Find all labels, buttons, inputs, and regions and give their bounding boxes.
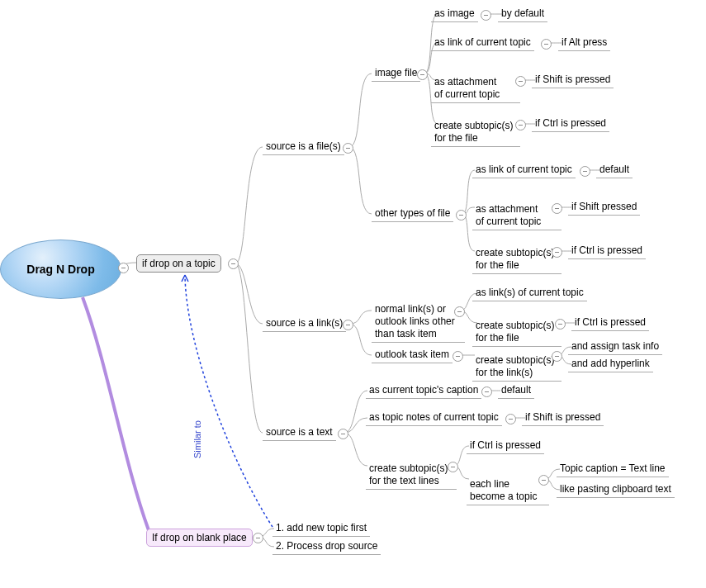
node-other-as-attach-cond[interactable]: if Shift pressed [568,199,640,216]
label-img-as-link-cond: if Alt press [561,36,607,48]
toggle-source-file[interactable] [343,143,353,154]
label-nl-subtopic-cond: if Ctrl is pressed [575,316,646,328]
toggle-img-subtopic[interactable] [515,120,526,130]
label-other-as-attach: as attachment of current topic [476,203,541,227]
node-img-as-image-cond[interactable]: by default [498,6,547,22]
node-txt-notes[interactable]: as topic notes of current topic [366,410,502,426]
toggle-source-text[interactable] [338,429,348,439]
label-other-as-link: as link of current topic [476,164,572,175]
label-txt-notes-cond: if Shift is pressed [525,411,600,423]
node-source-file[interactable]: source is a file(s) [263,139,344,155]
root-node[interactable]: Drag N Drop [0,239,121,299]
toggle-source-link[interactable] [343,320,353,330]
node-other-as-link-cond[interactable]: default [596,162,633,178]
node-txt-caption-cond[interactable]: default [498,382,534,399]
label-blank-step1: 1. add new topic first [276,522,367,533]
toggle-txt-notes[interactable] [505,414,516,424]
label-source-link: source is a link(s) [266,317,343,329]
label-txt-subtopic: create subtopic(s) for the text lines [369,462,448,486]
toggle-drop-on-blank[interactable] [253,533,263,543]
node-img-subtopic[interactable]: create subtopic(s) for the file [431,106,520,147]
node-img-subtopic-cond[interactable]: if Ctrl is pressed [532,116,609,132]
node-txt-sub-each[interactable]: each line become a topic [467,464,549,505]
node-ot-subtopic[interactable]: create subtopic(s) for the link(s) [472,340,561,382]
node-blank-step1[interactable]: 1. add new topic first [272,520,370,537]
label-blank-step2: 2. Process drop source [276,540,377,552]
label-img-subtopic-cond: if Ctrl is pressed [535,117,606,129]
node-drop-on-blank[interactable]: If drop on blank place [146,529,253,547]
toggle-img-as-attach[interactable] [515,76,526,87]
label-image-file: image file [375,67,417,78]
node-nl-subtopic-cond[interactable]: if Ctrl is pressed [571,315,649,331]
label-img-as-image-cond: by default [501,7,544,19]
label-ot-assign: and assign task info [571,340,659,352]
label-img-as-image: as image [434,7,475,19]
label-nl-as-link: as link(s) of current topic [476,287,584,298]
node-txt-caption[interactable]: as current topic's caption [366,382,481,399]
toggle-ot-subtopic[interactable] [552,351,562,362]
node-image-file[interactable]: image file [372,65,420,82]
toggle-img-as-image[interactable] [481,10,491,21]
toggle-outlook-task[interactable] [453,351,463,362]
relationship-label: Similar to [192,420,202,458]
label-txt-each-paste: like pasting clipboard text [560,483,671,495]
label-txt-caption: as current topic's caption [369,384,478,396]
node-ot-assign[interactable]: and assign task info [568,339,662,355]
label-outlook-task: outlook task item [375,349,449,360]
label-ot-subtopic: create subtopic(s) for the link(s) [476,354,554,378]
node-normal-link[interactable]: normal link(s) or outlook links other th… [372,289,465,343]
label-other-as-attach-cond: if Shift pressed [571,201,637,212]
node-blank-step2[interactable]: 2. Process drop source [272,538,381,555]
node-nl-as-link[interactable]: as link(s) of current topic [472,285,587,301]
label-other-subtopic: create subtopic(s) for the file [476,247,554,271]
label-img-as-link: as link of current topic [434,36,531,48]
toggle-root[interactable] [118,263,129,273]
label-img-as-attach-cond: if Shift is pressed [535,74,610,85]
toggle-other-as-attach[interactable] [552,203,562,214]
node-txt-subtopic[interactable]: create subtopic(s) for the text lines [366,448,457,490]
label-txt-caption-cond: default [501,384,531,396]
node-ot-hyperlink[interactable]: and add hyperlink [568,356,653,372]
toggle-img-as-link[interactable] [541,39,552,50]
label-ot-hyperlink: and add hyperlink [571,358,650,369]
label-img-as-attach: as attachment of current topic [434,76,500,100]
node-img-as-link-cond[interactable]: if Alt press [558,35,610,51]
node-img-as-link[interactable]: as link of current topic [431,35,534,51]
node-other-subtopic-cond[interactable]: if Ctrl is pressed [568,243,646,259]
label-txt-sub-ctrl: if Ctrl is pressed [470,439,541,451]
node-outlook-task[interactable]: outlook task item [372,347,453,363]
toggle-normal-link[interactable] [454,306,465,317]
label-drop-on-blank: If drop on blank place [152,532,247,543]
toggle-txt-subtopic[interactable] [448,462,458,472]
node-other-file[interactable]: other types of file [372,206,453,222]
node-img-as-attach[interactable]: as attachment of current topic [431,62,520,103]
label-normal-link: normal link(s) or outlook links other th… [375,303,455,339]
toggle-other-as-link[interactable] [580,166,590,177]
toggle-other-subtopic[interactable] [552,247,562,258]
node-source-link[interactable]: source is a link(s) [263,315,346,332]
node-txt-each-paste[interactable]: like pasting clipboard text [557,481,675,498]
node-txt-sub-ctrl[interactable]: if Ctrl is pressed [467,438,544,454]
label-other-subtopic-cond: if Ctrl is pressed [571,244,642,256]
toggle-image-file[interactable] [417,69,428,80]
toggle-other-file[interactable] [456,210,467,220]
node-txt-each-caption[interactable]: Topic caption = Text line [557,461,669,477]
label-source-file: source is a file(s) [266,140,341,152]
toggle-drop-on-topic[interactable] [228,258,239,269]
node-txt-notes-cond[interactable]: if Shift is pressed [522,410,604,426]
toggle-txt-caption[interactable] [481,386,492,397]
toggle-txt-sub-each[interactable] [538,475,549,486]
node-other-as-attach[interactable]: as attachment of current topic [472,189,561,230]
label-source-text: source is a text [266,426,333,438]
node-drop-on-topic[interactable]: if drop on a topic [136,254,221,273]
label-txt-sub-each: each line become a topic [470,478,537,502]
node-img-as-attach-cond[interactable]: if Shift is pressed [532,72,614,88]
toggle-nl-subtopic[interactable] [555,319,566,330]
label-other-file: other types of file [375,207,450,219]
node-source-text[interactable]: source is a text [263,424,336,441]
label-img-subtopic: create subtopic(s) for the file [434,120,513,144]
node-other-subtopic[interactable]: create subtopic(s) for the file [472,233,561,274]
label-other-as-link-cond: default [599,164,629,175]
node-img-as-image[interactable]: as image [431,6,478,22]
node-other-as-link[interactable]: as link of current topic [472,162,576,178]
